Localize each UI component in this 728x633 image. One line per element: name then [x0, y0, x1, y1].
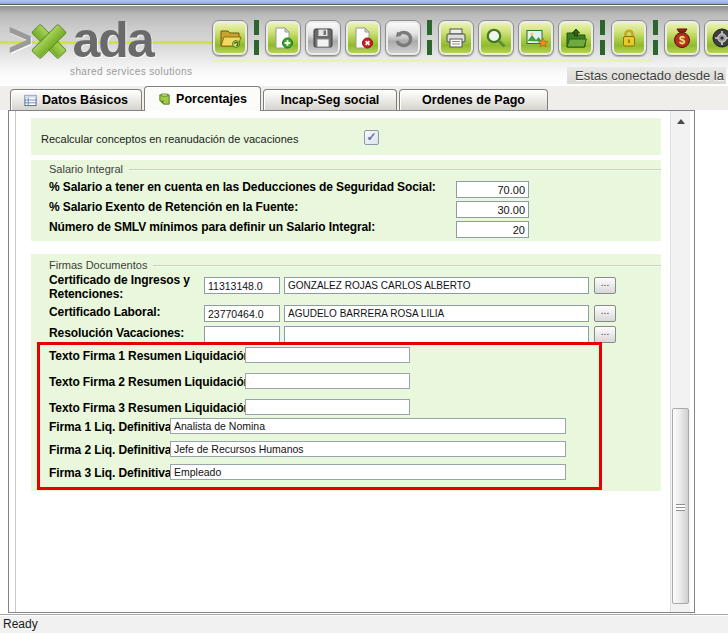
smlv-input[interactable] — [456, 221, 529, 238]
toolbar-separator — [600, 20, 605, 56]
undo-icon — [391, 26, 415, 50]
undo-button[interactable] — [385, 20, 421, 56]
lock-button[interactable] — [611, 20, 647, 56]
toolbar-lime-line — [212, 59, 652, 62]
texto-firma-1-label: Texto Firma 1 Resumen Liquidación: — [49, 349, 255, 363]
firmas-documentos-caption: Firmas Documentos — [49, 259, 661, 271]
texto-firma-2-label: Texto Firma 2 Resumen Liquidación: — [49, 375, 255, 389]
tab-strip: Datos Básicos Porcentajes Incap-Seg soci… — [0, 86, 728, 110]
texto-firma-1-input[interactable] — [245, 347, 410, 363]
exento-retencion-label: % Salario Exento de Retención en la Fuen… — [49, 200, 298, 214]
texto-firma-3-input[interactable] — [245, 399, 410, 415]
delete-icon — [351, 26, 375, 50]
firma-3-liq-label: Firma 3 Liq. Definitiva: — [49, 466, 175, 480]
tab-datos-basicos[interactable]: Datos Básicos — [10, 89, 142, 110]
texto-firma-3-label: Texto Firma 3 Resumen Liquidación: — [49, 401, 255, 415]
salario-integral-caption: Salario Integral — [49, 163, 661, 175]
tab-content-panel: Recalcular conceptos en reanudación de v… — [8, 110, 695, 613]
export-image-icon — [524, 26, 548, 50]
cert-ingresos-browse-button[interactable]: ... — [594, 277, 616, 294]
firma-1-liq-label: Firma 1 Liq. Definitiva: — [49, 420, 175, 434]
vertical-scrollbar[interactable] — [670, 111, 690, 612]
tab-porcentajes[interactable]: Porcentajes — [144, 86, 261, 111]
save-button[interactable] — [305, 20, 341, 56]
money-button[interactable]: $ — [664, 20, 700, 56]
cert-laboral-name-input[interactable] — [284, 305, 589, 322]
svg-text:$: $ — [679, 34, 685, 46]
highlight-red-box: Texto Firma 1 Resumen Liquidación: Texto… — [37, 342, 602, 490]
exento-retencion-input[interactable] — [456, 201, 529, 218]
search-icon — [484, 26, 508, 50]
toolbar-buttons: $ — [212, 20, 728, 56]
scrollbar-thumb[interactable] — [672, 408, 689, 604]
cert-laboral-label: Certificado Laboral: — [49, 305, 160, 319]
tab-ordenes-de-pago[interactable]: Ordenes de Pago — [399, 89, 548, 110]
delete-button[interactable] — [345, 20, 381, 56]
open-button[interactable] — [212, 20, 248, 56]
toolbar-separator — [653, 20, 658, 56]
panel-divider — [15, 111, 16, 612]
deducciones-input[interactable] — [456, 181, 529, 198]
recalcular-label: Recalcular conceptos en reanudación de v… — [41, 133, 298, 145]
resolucion-browse-button[interactable]: ... — [594, 326, 616, 343]
firma-2-liq-input[interactable] — [170, 441, 566, 457]
folder-upload-icon — [564, 26, 588, 50]
status-text: Ready — [3, 617, 38, 631]
resolucion-name-input[interactable] — [284, 326, 589, 343]
toolbar-separator — [427, 20, 432, 56]
new-document-icon — [271, 26, 295, 50]
export-button[interactable] — [518, 20, 554, 56]
recalcular-checkbox[interactable]: ✓ — [364, 130, 379, 145]
tab-incap-seg-social[interactable]: Incap-Seg social — [263, 89, 397, 110]
check-mark: ✓ — [366, 131, 376, 143]
logo-x-icon — [27, 20, 67, 60]
money-icon: $ — [670, 26, 694, 50]
new-button[interactable] — [265, 20, 301, 56]
folder-open-icon — [218, 26, 242, 50]
print-button[interactable] — [438, 20, 474, 56]
firma-1-liq-input[interactable] — [170, 418, 566, 434]
connection-status-text: Estas conectado desde la — [567, 67, 726, 84]
texto-firma-2-input[interactable] — [245, 373, 410, 389]
upload-button[interactable] — [558, 20, 594, 56]
printer-icon — [444, 26, 468, 50]
toolbar: > ada shared services solutions — [0, 6, 728, 86]
resolucion-code-input[interactable] — [204, 326, 280, 343]
toolbar-separator — [254, 20, 259, 56]
cert-ingresos-name-input[interactable] — [284, 277, 589, 294]
note-icon — [158, 93, 171, 106]
firma-2-liq-label: Firma 2 Liq. Definitiva: — [49, 443, 175, 457]
cert-laboral-browse-button[interactable]: ... — [594, 305, 616, 322]
preview-button[interactable] — [478, 20, 514, 56]
window-top-edge — [0, 0, 728, 5]
save-icon — [311, 26, 335, 50]
lock-icon — [617, 26, 641, 50]
firma-3-liq-input[interactable] — [170, 464, 566, 480]
logo-name: ada — [73, 15, 153, 65]
tab-label: Incap-Seg social — [281, 93, 380, 107]
tab-label: Datos Básicos — [42, 93, 128, 107]
tab-label: Porcentajes — [176, 92, 247, 106]
resolucion-vacaciones-label: Resolución Vacaciones: — [49, 326, 184, 340]
scrollbar-grip — [676, 504, 685, 511]
vault-icon — [710, 26, 728, 50]
status-bar: Ready — [0, 614, 728, 633]
cert-ingresos-code-input[interactable] — [204, 277, 280, 294]
app-logo: > ada shared services solutions — [8, 12, 218, 82]
scroll-up-arrow[interactable] — [671, 114, 691, 128]
vault-button[interactable] — [704, 20, 728, 56]
deducciones-label: % Salario a tener en cuenta en las Deduc… — [49, 180, 436, 194]
cert-laboral-code-input[interactable] — [204, 305, 280, 322]
table-icon — [24, 94, 37, 107]
smlv-label: Número de SMLV mínimos para definir un S… — [49, 220, 375, 234]
logo-tagline: shared services solutions — [70, 66, 192, 77]
tab-label: Ordenes de Pago — [422, 93, 525, 107]
cert-ingresos-label: Certificado de Ingresos y Retenciones: — [49, 273, 204, 301]
logo-gt-glyph: > — [8, 16, 29, 64]
